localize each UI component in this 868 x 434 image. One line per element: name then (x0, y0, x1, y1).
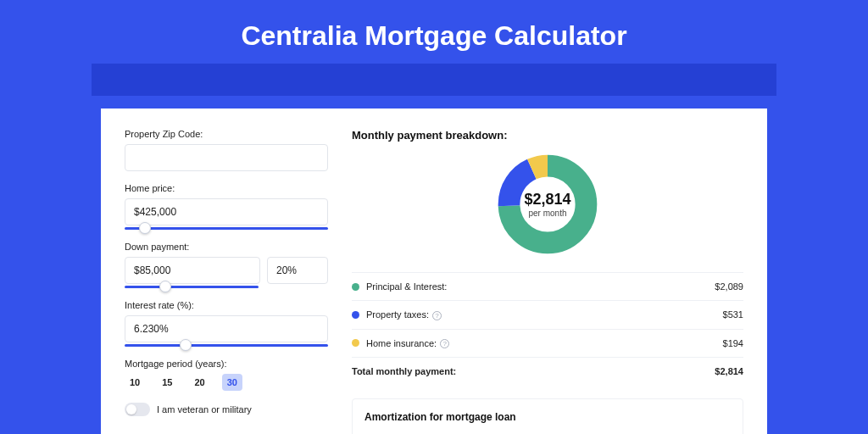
down-payment-slider[interactable] (125, 286, 259, 288)
veteran-toggle-label: I am veteran or military (157, 404, 252, 415)
form-panel: Property Zip Code: Home price: Down paym… (125, 129, 328, 434)
legend-value-insurance: $194 (723, 338, 743, 348)
donut-center-per: per month (524, 209, 570, 218)
home-price-label: Home price: (125, 183, 328, 193)
period-option-15[interactable]: 15 (157, 374, 177, 391)
interest-rate-label: Interest rate (%): (125, 300, 328, 310)
header-shadow (92, 64, 776, 96)
legend-label-total: Total monthly payment: (352, 366, 715, 376)
legend-label-insurance: Home insurance:? (366, 338, 723, 349)
legend-label-insurance-text: Home insurance: (366, 338, 437, 348)
breakdown-panel: Monthly payment breakdown: $2,814 per mo… (352, 129, 743, 434)
mortgage-period-group: Mortgage period (years): 10 15 20 30 (125, 359, 328, 391)
veteran-toggle-row: I am veteran or military (125, 403, 328, 416)
legend-row-insurance: Home insurance:? $194 (352, 330, 743, 359)
zip-input[interactable] (125, 144, 328, 171)
page-title: Centralia Mortgage Calculator (0, 0, 868, 64)
down-payment-group: Down payment: (125, 242, 328, 288)
down-payment-label: Down payment: (125, 242, 328, 252)
donut-center-amount: $2,814 (524, 191, 570, 209)
legend-label-taxes: Property taxes:? (366, 309, 723, 320)
zip-group: Property Zip Code: (125, 129, 328, 171)
period-option-30[interactable]: 30 (222, 374, 242, 391)
period-option-20[interactable]: 20 (190, 374, 210, 391)
veteran-toggle-knob (126, 404, 136, 415)
calculator-card: Property Zip Code: Home price: Down paym… (101, 108, 767, 434)
interest-rate-slider-thumb[interactable] (180, 339, 192, 351)
breakdown-legend: Principal & Interest: $2,089 Property ta… (352, 272, 743, 385)
interest-rate-slider[interactable] (125, 344, 328, 347)
interest-rate-input[interactable] (125, 315, 328, 342)
legend-dot-insurance (352, 339, 359, 347)
legend-label-taxes-text: Property taxes: (366, 309, 429, 320)
amortization-title: Amortization for mortgage loan (364, 411, 731, 423)
mortgage-period-label: Mortgage period (years): (125, 359, 328, 369)
legend-value-taxes: $531 (723, 309, 743, 320)
breakdown-title: Monthly payment breakdown: (352, 129, 743, 142)
legend-value-principal: $2,089 (715, 281, 743, 292)
home-price-slider-thumb[interactable] (139, 222, 151, 234)
legend-dot-principal (352, 283, 359, 291)
legend-dot-taxes (352, 311, 359, 319)
period-option-10[interactable]: 10 (125, 374, 145, 391)
veteran-toggle[interactable] (125, 403, 150, 416)
mortgage-period-options: 10 15 20 30 (125, 374, 328, 391)
donut-chart-wrap: $2,814 per month (352, 153, 743, 255)
down-payment-slider-thumb[interactable] (159, 281, 171, 292)
legend-row-total: Total monthly payment: $2,814 (352, 358, 743, 385)
home-price-input[interactable] (125, 198, 328, 225)
legend-row-taxes: Property taxes:? $531 (352, 301, 743, 330)
home-price-slider[interactable] (125, 227, 328, 230)
donut-center: $2,814 per month (524, 191, 570, 218)
down-payment-pct-input[interactable] (267, 257, 328, 284)
legend-row-principal: Principal & Interest: $2,089 (352, 273, 743, 301)
info-icon[interactable]: ? (440, 339, 449, 348)
info-icon[interactable]: ? (432, 311, 442, 320)
interest-rate-group: Interest rate (%): (125, 300, 328, 347)
down-payment-amount-input[interactable] (125, 257, 260, 284)
legend-label-principal: Principal & Interest: (366, 281, 715, 292)
home-price-group: Home price: (125, 183, 328, 230)
zip-label: Property Zip Code: (125, 129, 328, 139)
amortization-card: Amortization for mortgage loan Amortizat… (352, 398, 743, 434)
donut-chart: $2,814 per month (497, 153, 598, 255)
legend-value-total: $2,814 (715, 366, 743, 376)
